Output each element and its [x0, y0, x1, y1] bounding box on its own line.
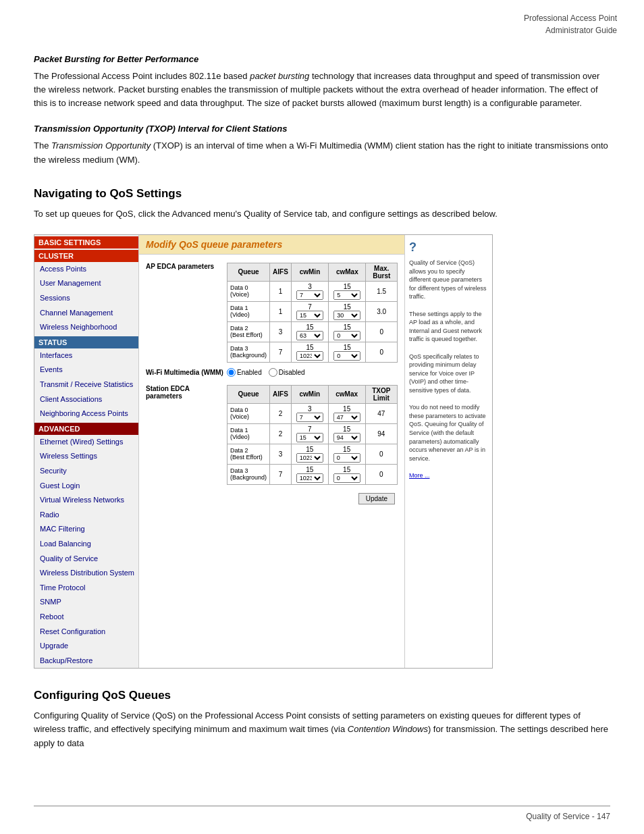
cwmax-select[interactable]: 0: [333, 351, 360, 361]
cwmax-select[interactable]: 0: [333, 331, 360, 340]
col-cwmax: cwMax: [328, 385, 365, 403]
sidebar-item-virtual-wireless[interactable]: Virtual Wireless Networks: [34, 493, 138, 508]
footer-text: Quality of Service - 147: [526, 812, 610, 821]
update-button[interactable]: Update: [358, 493, 395, 504]
table-row: Data 3(Background) 7 15 1023 15 0 0: [227, 342, 398, 362]
queue-label: Data 3(Background): [227, 464, 270, 484]
sidebar-item-security[interactable]: Security: [34, 464, 138, 479]
cwmin-select[interactable]: 63: [296, 331, 323, 340]
help-text-1: Quality of Service (QoS) allows you to s…: [409, 259, 488, 301]
more-link[interactable]: More ...: [409, 471, 488, 480]
aifs-val: 7: [270, 342, 292, 362]
cwmax-select[interactable]: 30: [333, 311, 360, 320]
cwmax-select[interactable]: 0: [333, 453, 360, 463]
cwmin-val: 7 15: [291, 423, 328, 444]
sidebar-item-snmp[interactable]: SNMP: [34, 595, 138, 610]
cwmax-val: 15 5: [329, 281, 366, 301]
wmm-radio-group: Enabled Disabled: [227, 368, 305, 377]
station-edca-area: Station EDCA parameters Queue AIFS cwMin…: [146, 382, 398, 485]
aifs-val: 3: [270, 444, 292, 464]
sidebar-header-advanced: ADVANCED: [34, 423, 138, 435]
txop-heading: Transmission Opportunity (TXOP) Interval…: [34, 124, 610, 134]
queue-label: Data 0(Voice): [227, 281, 270, 301]
cwmax-val: 15 30: [329, 301, 366, 321]
sidebar-item-events[interactable]: Events: [34, 363, 138, 377]
col-cwmax: cwMax: [329, 263, 366, 281]
cwmin-select[interactable]: 15: [296, 433, 323, 442]
table-row: Data 2(Best Effort) 3 15 63 15 0 0: [227, 321, 398, 342]
help-text-3: QoS specifically relates to providing mi…: [409, 353, 488, 395]
ui-screenshot: BASIC SETTINGS CLUSTER Access Points Use…: [34, 234, 493, 669]
cwmin-select[interactable]: 15: [296, 311, 323, 320]
cwmin-select[interactable]: 7: [296, 290, 323, 300]
sidebar-item-reboot[interactable]: Reboot: [34, 610, 138, 625]
queue-label: Data 1(Video): [227, 423, 270, 444]
table-row: Data 1(Video) 2 7 15 15 94 94: [227, 423, 398, 444]
cwmax-select[interactable]: 94: [333, 433, 360, 442]
sidebar-item-user-management[interactable]: User Management: [34, 276, 138, 291]
ap-edca-area: AP EDCA parameters Queue AIFS cwMin cwMa…: [146, 260, 398, 363]
sidebar-item-upgrade[interactable]: Upgrade: [34, 639, 138, 654]
col-queue: Queue: [227, 385, 270, 403]
cwmax-val: 15 47: [328, 403, 365, 423]
table-row: Data 2(Best Effort) 3 15 1023 15 0 0: [227, 444, 398, 464]
cwmin-select[interactable]: 1023: [296, 351, 323, 361]
cwmax-select[interactable]: 47: [333, 413, 360, 422]
help-text-4: You do not need to modify these paramete…: [409, 403, 488, 463]
help-icon: ?: [409, 239, 488, 256]
cwmin-select[interactable]: 7: [296, 413, 323, 422]
sidebar-item-guest-login[interactable]: Guest Login: [34, 479, 138, 494]
wmm-disabled-label[interactable]: Disabled: [269, 368, 305, 377]
sidebar-item-mac-filtering[interactable]: MAC Filtering: [34, 522, 138, 537]
col-max-burst: Max. Burst: [366, 263, 398, 281]
cwmax-select[interactable]: 0: [333, 473, 360, 483]
sidebar-item-ethernet[interactable]: Ethernet (Wired) Settings: [34, 435, 138, 450]
sidebar-item-channel-management[interactable]: Channel Management: [34, 306, 138, 321]
station-edca-table: Queue AIFS cwMin cwMax TXOP Limit Data 0…: [227, 385, 398, 485]
cwmin-val: 7 15: [291, 301, 328, 321]
cwmin-select[interactable]: 1023: [296, 453, 323, 463]
queue-label: Data 0(Voice): [227, 403, 270, 423]
sidebar-item-sessions[interactable]: Sessions: [34, 291, 138, 306]
sidebar-item-neighboring-ap[interactable]: Neighboring Access Points: [34, 407, 138, 421]
col-aifs: AIFS: [270, 385, 292, 403]
packet-bursting-heading: Packet Bursting for Better Performance: [34, 54, 610, 64]
sidebar-item-time-protocol[interactable]: Time Protocol: [34, 581, 138, 596]
sidebar-header-cluster: CLUSTER: [34, 250, 138, 262]
aifs-val: 2: [270, 403, 292, 423]
wmm-disabled-radio[interactable]: [269, 368, 277, 377]
cwmax-select[interactable]: 5: [333, 290, 360, 300]
sidebar-item-interfaces[interactable]: Interfaces: [34, 348, 138, 363]
queue-label: Data 2(Best Effort): [227, 444, 270, 464]
table-row: Data 0(Voice) 1 3 7 15 5 1.5: [227, 281, 398, 301]
help-panel: ? Quality of Service (QoS) allows you to…: [404, 235, 492, 668]
page-header: Professional Access Point Administrator …: [524, 12, 617, 36]
sidebar: BASIC SETTINGS CLUSTER Access Points Use…: [34, 235, 139, 668]
sidebar-item-transmit-receive[interactable]: Transmit / Receive Statistics: [34, 377, 138, 392]
sidebar-item-wds[interactable]: Wireless Distribution System: [34, 566, 138, 581]
sidebar-item-wireless-settings[interactable]: Wireless Settings: [34, 449, 138, 464]
panel-body: AP EDCA parameters Queue AIFS cwMin cwMa…: [139, 255, 404, 668]
sidebar-item-access-points[interactable]: Access Points: [34, 262, 138, 277]
sidebar-item-quality-of-service[interactable]: Quality of Service: [34, 552, 138, 567]
help-text-2: These settings apply to the AP load as a…: [409, 310, 488, 344]
header-line2: Administrator Guide: [524, 24, 617, 36]
configuring-qos-heading: Configuring QoS Queues: [34, 689, 610, 702]
col-queue: Queue: [227, 263, 270, 281]
cwmin-select[interactable]: 1023: [296, 473, 323, 483]
configuring-qos-body: Configuring Quality of Service (QoS) on …: [34, 709, 610, 750]
sidebar-item-client-associations[interactable]: Client Associations: [34, 392, 138, 407]
wmm-enabled-radio[interactable]: [227, 368, 236, 377]
sidebar-item-radio[interactable]: Radio: [34, 508, 138, 523]
wmm-label: Wi-Fi Multimedia (WMM): [146, 369, 227, 376]
wmm-enabled-label[interactable]: Enabled: [227, 368, 262, 377]
ap-edca-table: Queue AIFS cwMin cwMax Max. Burst Data 0…: [227, 263, 398, 363]
sidebar-item-wireless-neighborhood[interactable]: Wireless Neighborhood: [34, 320, 138, 335]
sidebar-item-backup-restore[interactable]: Backup/Restore: [34, 654, 138, 669]
cwmin-val: 15 1023: [291, 444, 328, 464]
cwmin-val: 15 63: [291, 321, 328, 342]
nav-qos-body: To set up queues for QoS, click the Adva…: [34, 207, 610, 221]
sidebar-item-load-balancing[interactable]: Load Balancing: [34, 537, 138, 552]
panel-title: Modify QoS queue parameters: [139, 235, 404, 255]
sidebar-item-reset-config[interactable]: Reset Configuration: [34, 625, 138, 640]
